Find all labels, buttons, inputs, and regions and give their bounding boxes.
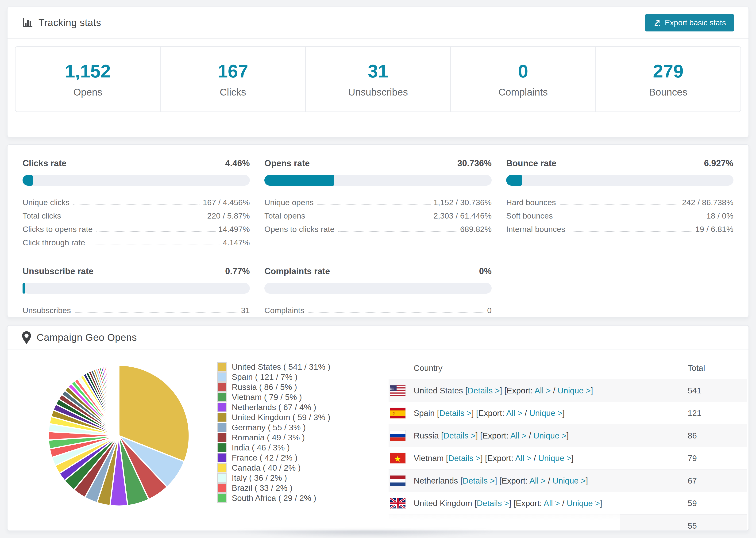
- total-cell: 86: [688, 431, 697, 440]
- rate-metric-label: Clicks to opens rate: [23, 225, 93, 234]
- export-all-link[interactable]: All >: [515, 454, 531, 463]
- geo-table-header-row: Country Total: [389, 357, 747, 379]
- legend-color-swatch: [217, 403, 227, 412]
- export-unique-link[interactable]: Unique >: [542, 521, 575, 530]
- dotted-leader: [89, 244, 220, 245]
- legend-label: Italy ( 36 / 2% ): [232, 473, 287, 483]
- rate-value: 6.927%: [704, 158, 734, 168]
- export-all-link[interactable]: All >: [506, 408, 522, 418]
- stat-label: Complaints: [499, 86, 548, 98]
- country-cell: Netherlands [Details >] [Export: All > /…: [414, 476, 588, 485]
- rate-metric-value: 0: [487, 306, 492, 315]
- country-column-header: Country: [414, 363, 443, 373]
- progress-bar-track: [23, 175, 250, 186]
- geo-table-row-gb: United Kingdom [Details >] [Export: All …: [389, 492, 747, 514]
- flag-ru-icon: [390, 430, 405, 441]
- dotted-leader: [308, 312, 484, 313]
- rate-metric-value: 31: [241, 306, 250, 315]
- rate-metric-value: 167 / 4.456%: [203, 198, 250, 207]
- dotted-leader: [557, 218, 703, 218]
- details-link[interactable]: Details >: [448, 454, 480, 463]
- legend-label: Vietnam ( 79 / 5% ): [232, 393, 302, 402]
- rate-block-opens-rate: Opens rate 30.736% Unique opens 1,152 / …: [264, 158, 492, 247]
- geo-table-row-de: Germany [Details >] [Export: All > / Uni…: [389, 514, 747, 531]
- rate-metric-row: Complaints 0: [264, 301, 492, 315]
- progress-bar-track: [264, 283, 492, 294]
- tracking-stats-title: Tracking stats: [38, 17, 101, 28]
- export-unique-link[interactable]: Unique >: [538, 454, 571, 463]
- flag-es-icon: [390, 408, 405, 418]
- export-basic-stats-button[interactable]: Export basic stats: [645, 14, 734, 31]
- rate-value: 0%: [479, 266, 492, 276]
- rate-metric-value: 220 / 5.87%: [207, 211, 250, 220]
- tracking-stats-header: Tracking stats Export basic stats: [8, 7, 748, 39]
- legend-item: Romania ( 49 / 3% ): [217, 433, 330, 442]
- rate-title: Complaints rate: [264, 266, 330, 276]
- rate-block-complaints-rate: Complaints rate 0% Complaints 0: [264, 266, 492, 315]
- export-unique-link[interactable]: Unique >: [553, 476, 586, 485]
- legend-label: United States ( 541 / 31% ): [232, 362, 330, 372]
- geo-table-row-es: Spain [Details >] [Export: All > / Uniqu…: [389, 402, 747, 424]
- legend-label: Romania ( 49 / 3% ): [232, 433, 305, 442]
- geo-opens-header: Campaign Geo Opens: [8, 326, 748, 350]
- flag-us-icon: [390, 385, 405, 396]
- legend-color-swatch: [217, 463, 227, 472]
- legend-label: Russia ( 86 / 5% ): [232, 382, 297, 392]
- dashboard-page: Tracking stats Export basic stats 1,152 …: [0, 0, 756, 538]
- rate-metric-value: 2,303 / 61.446%: [433, 211, 492, 220]
- dotted-leader: [73, 204, 200, 205]
- rate-metric-value: 1,152 / 30.736%: [433, 198, 492, 207]
- export-unique-link[interactable]: Unique >: [529, 408, 562, 418]
- details-link[interactable]: Details >: [452, 521, 484, 530]
- stat-cell: 1,152 Opens: [16, 47, 161, 112]
- bar-chart-icon: [22, 17, 33, 28]
- geo-opens-table: Country Total United States [Details >] …: [389, 357, 747, 531]
- rate-metric-row: Total opens 2,303 / 61.446%: [264, 207, 492, 220]
- export-all-link[interactable]: All >: [535, 386, 551, 395]
- pie-slice-other[interactable]: [118, 365, 119, 436]
- dotted-leader: [560, 204, 679, 205]
- details-link[interactable]: Details >: [439, 408, 471, 418]
- export-unique-link[interactable]: Unique >: [567, 499, 600, 508]
- legend-color-swatch: [217, 393, 227, 402]
- rate-metric-label: Complaints: [264, 306, 304, 315]
- legend-item: Russia ( 86 / 5% ): [217, 383, 330, 392]
- legend-color-swatch: [217, 372, 227, 382]
- export-all-link[interactable]: All >: [510, 431, 526, 440]
- card-drop-shadow: [233, 530, 498, 538]
- export-unique-link[interactable]: Unique >: [558, 386, 591, 395]
- export-all-link[interactable]: All >: [529, 476, 546, 485]
- details-link[interactable]: Details >: [477, 499, 509, 508]
- legend-item: Vietnam ( 79 / 5% ): [217, 393, 330, 402]
- legend-color-swatch: [217, 433, 227, 442]
- stat-value: 31: [368, 61, 388, 82]
- flag-gb-icon: [390, 498, 405, 509]
- export-all-link[interactable]: All >: [519, 521, 535, 530]
- country-name: Russia: [414, 431, 439, 440]
- country-cell: Vietnam [Details >] [Export: All > / Uni…: [414, 454, 573, 463]
- legend-label: India ( 46 / 3% ): [232, 443, 290, 452]
- rate-block-unsubscribe-rate: Unsubscribe rate 0.77% Unsubscribes 31: [23, 266, 250, 315]
- export-all-link[interactable]: All >: [544, 499, 560, 508]
- details-link[interactable]: Details >: [443, 431, 475, 440]
- details-link[interactable]: Details >: [462, 476, 495, 485]
- progress-bar-track: [506, 175, 733, 186]
- legend-color-swatch: [217, 493, 227, 503]
- legend-item: Brazil ( 33 / 2% ): [217, 484, 330, 493]
- stat-label: Unsubscribes: [348, 86, 408, 98]
- legend-label: France ( 42 / 2% ): [232, 453, 297, 462]
- dotted-leader: [569, 231, 692, 232]
- country-name: Germany: [414, 521, 448, 530]
- stat-value: 167: [218, 61, 248, 82]
- dotted-leader: [338, 231, 458, 232]
- progress-bar-fill: [506, 175, 522, 186]
- details-link[interactable]: Details >: [468, 386, 500, 395]
- legend-item: Netherlands ( 67 / 4% ): [217, 403, 330, 412]
- rate-value: 4.46%: [225, 158, 250, 168]
- dotted-leader: [65, 218, 204, 218]
- legend-color-swatch: [217, 423, 227, 432]
- legend-item: Spain ( 121 / 7% ): [217, 372, 330, 381]
- flag-vn-icon: [390, 453, 405, 463]
- geo-table-row-us: United States [Details >] [Export: All >…: [389, 379, 747, 402]
- export-unique-link[interactable]: Unique >: [533, 431, 567, 440]
